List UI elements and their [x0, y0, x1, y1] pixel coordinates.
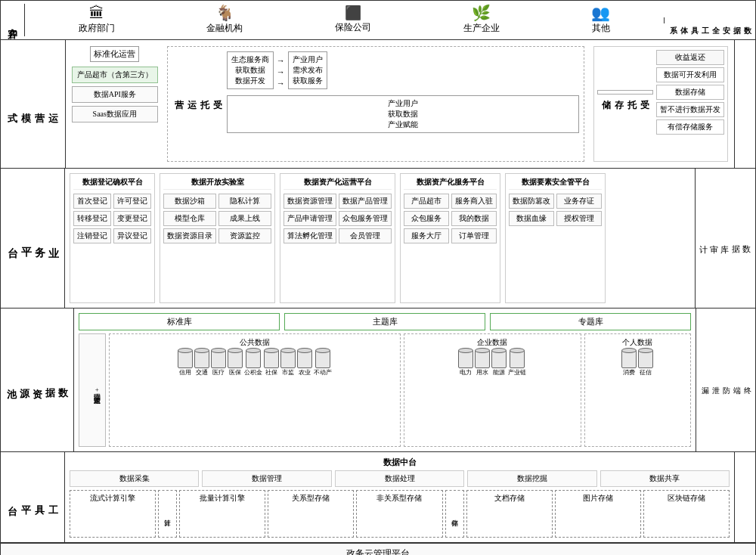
data-center-section: 数据中台 数据采集 数据管理 数据处理 数据挖掘 数据共享 [70, 457, 730, 487]
production-icon: 🌿 [472, 5, 491, 20]
security-grid: 数据防篡改 业务存证 数据血缘 授权管理 [509, 194, 602, 226]
std-ops-label: 标准化运营 [90, 46, 139, 62]
asset-ops-item-1: 数据产品管理 [339, 194, 392, 209]
customer-label: 客户 [1, 4, 25, 36]
cyl-xiaofei: 消费 [621, 350, 637, 377]
pool-enterprise-cylinders: 电力 用水 能源 [407, 350, 578, 377]
other-label: 其他 [592, 22, 610, 35]
production-label: 生产企业 [463, 22, 500, 35]
gov-label: 政府部门 [79, 22, 115, 35]
finance-icon: 🐐 [215, 5, 234, 20]
asset-ops-grid: 数据资源管理 数据产品管理 产品申请管理 众包服务管理 算法孵化管理 会员管理 [284, 194, 392, 243]
gov-item: 🏛 政府部门 [79, 5, 115, 35]
pool-enterprise: 企业数据 电力 用水 [404, 333, 581, 447]
industry-get: 获取服务 [293, 76, 323, 86]
biz-row: 业务平台 数据登记确权平台 首次登记 许可登记 转移登记 变更登记 注销登记 异… [1, 169, 755, 309]
flow-top: 生态服务商 获取数据 数据开发 → → → 产业用户 需 [227, 51, 579, 89]
asset-ops-item-0: 数据资源管理 [284, 194, 336, 209]
eco-label: 生态服务商 [231, 54, 269, 65]
data-pool-row: 数据资源池 标准库 主题库 专题库 物理+逻辑汇聚 公共数据 [1, 309, 755, 452]
cyl-shebao: 社保 [264, 350, 279, 377]
pool-categories: 标准库 主题库 专题库 [79, 313, 691, 330]
ops-right-label [734, 40, 755, 168]
asset-svc-item-1: 服务商入驻 [451, 194, 497, 209]
insurance-label: 保险公司 [335, 21, 371, 34]
pool-personal: 个人数据 消费 征信 [584, 333, 691, 447]
return-item-0: 数据可开发利用 [656, 67, 724, 82]
cyl-yongshui: 用水 [475, 350, 490, 377]
footer-label: 政务云管理平台 [346, 547, 410, 555]
data-pool-content: 标准库 主题库 专题库 物理+逻辑汇聚 公共数据 信用 [74, 309, 696, 451]
tool-content: 数据中台 数据采集 数据管理 数据处理 数据挖掘 数据共享 流式计算引擎 计算 … [65, 452, 734, 542]
asset-ops-item-3: 众包服务管理 [339, 211, 392, 226]
return-items: 收益返还 数据可开发利用 数据存储 暂不进行数据开发 有偿存储服务 [656, 50, 724, 135]
return-item-2: 暂不进行数据开发 [656, 102, 724, 117]
trusted-storage-label: 受托存储 [597, 90, 653, 95]
cyl-label-3: 医保 [229, 368, 241, 377]
ent-cyl-2: 能源 [493, 368, 505, 377]
biz-content: 数据登记确权平台 首次登记 许可登记 转移登记 变更登记 注销登记 异议登记 数… [65, 169, 695, 308]
return-item-1: 数据存储 [656, 85, 724, 100]
cyl-xinyong: 信用 [178, 350, 193, 377]
std-ops-section: 标准化运营 产品超市（含第三方） 数据API服务 Saas数据应用 [72, 46, 158, 162]
asset-ops-item-2: 产品申请管理 [284, 211, 336, 226]
pool-special: 专题库 [490, 313, 691, 330]
data-security-label: 数据安全工具体系 [664, 17, 755, 23]
lab-item-3: 成果上线 [218, 211, 271, 226]
engine-2: 批量计算引擎 [179, 490, 265, 538]
arrow-right-1: → [277, 56, 285, 65]
tool-label: 工具平台 [1, 452, 65, 542]
arrow-right-2: → [277, 67, 285, 76]
lab-section: 数据开放实验室 数据沙箱 隐私计算 模型仓库 成果上线 数据资源目录 资源监控 [160, 173, 275, 303]
reg-item-5: 异议登记 [113, 228, 151, 243]
ent-cyl-0: 电力 [460, 368, 472, 377]
return-item-3: 有偿存储服务 [656, 119, 724, 135]
cyl-label-4: 公积金 [244, 368, 262, 377]
cyl-label-5: 社保 [265, 368, 277, 377]
cyl-dianli: 电力 [458, 350, 473, 377]
security-item-11: 授权管理 [556, 211, 602, 226]
pool-aggregator: 物理+逻辑汇聚 [79, 333, 106, 447]
dc-item-3: 数据挖掘 [467, 470, 596, 487]
cyl-yiliao: 医疗 [211, 350, 226, 377]
ent-cyl-1: 用水 [476, 368, 488, 377]
reg-grid: 首次登记 许可登记 转移登记 变更登记 注销登记 异议登记 [73, 194, 151, 243]
ops-label: 运营模式 [1, 40, 66, 168]
asset-svc-item-5: 订单管理 [451, 228, 497, 243]
dc-item-0: 数据采集 [70, 470, 199, 487]
engine-1: 计算 [158, 490, 177, 538]
industry2-label: 产业用户 [231, 98, 575, 109]
pool-public-label: 公共数据 [113, 337, 396, 348]
data-center-label: 数据中台 [70, 457, 730, 468]
asset-ops-item-5: 会员管理 [339, 228, 392, 243]
asset-svc-grid: 产品超市 服务商入驻 众包服务 我的数据 服务大厅 订单管理 [404, 194, 497, 243]
pool-public: 公共数据 信用 交通 [109, 333, 400, 447]
pool-enterprise-label: 企业数据 [407, 337, 578, 348]
cyl-jiaotong: 交通 [194, 350, 209, 377]
data-center-items: 数据采集 数据管理 数据处理 数据挖掘 数据共享 [70, 470, 730, 487]
other-item: 👥 其他 [591, 5, 610, 35]
asset-svc-item-0: 产品超市 [404, 194, 449, 209]
cyl-label-1: 交通 [196, 368, 208, 377]
industry2-enable: 产业赋能 [231, 119, 575, 130]
asset-svc-item-2: 众包服务 [404, 211, 449, 226]
security-item-10: 数据血缘 [509, 211, 554, 226]
cyl-label-7: 农业 [299, 368, 311, 377]
reg-item-3: 变更登记 [113, 211, 151, 226]
pool-standard: 标准库 [79, 313, 280, 330]
asset-svc-item-3: 我的数据 [451, 211, 497, 226]
asset-svc-section: 数据资产化服务平台 产品超市 服务商入驻 众包服务 我的数据 服务大厅 订单管理 [400, 173, 500, 303]
production-item: 🌿 生产企业 [463, 5, 500, 35]
ops-row: 运营模式 标准化运营 产品超市（含第三方） 数据API服务 Saas数据应用 受… [1, 40, 755, 169]
cyl-yibao: 医保 [228, 350, 243, 377]
industry-box: 产业用户 需求发布 获取服务 [288, 51, 327, 89]
industry-box2: 产业用户 获取数据 产业赋能 [227, 95, 579, 133]
main-container: 客户 🏛 政府部门 🐐 金融机构 ⬛ 保险公司 🌿 生产企业 👥 其他 [0, 0, 756, 555]
lab-item-1: 隐私计算 [218, 194, 271, 209]
engine-5: 存储 [445, 490, 464, 538]
std-ops-item-0: 产品超市（含第三方） [72, 67, 158, 83]
reg-item-0: 首次登记 [73, 194, 111, 209]
footer: 政务云管理平台 [1, 543, 755, 555]
per-cyl-1: 征信 [640, 368, 652, 377]
asset-ops-section: 数据资产化运营平台 数据资源管理 数据产品管理 产品申请管理 众包服务管理 算法… [280, 173, 395, 303]
